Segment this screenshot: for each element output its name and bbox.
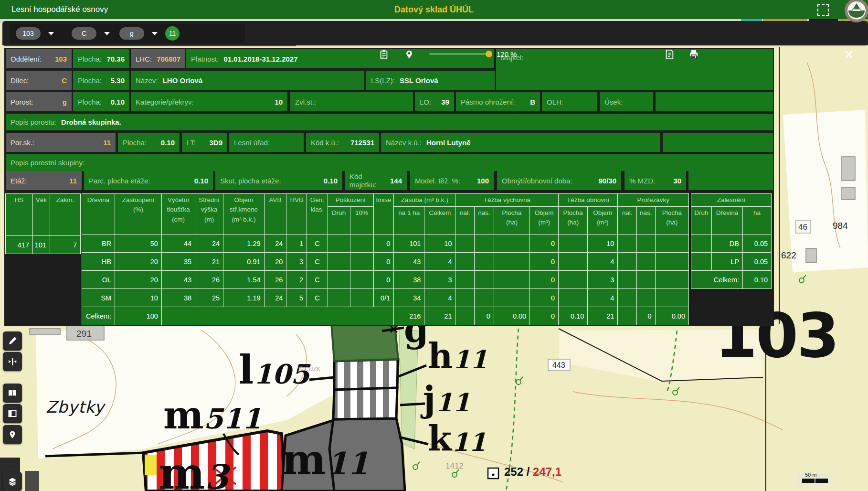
- table-cell: 0: [475, 307, 494, 325]
- porost-value[interactable]: g: [119, 27, 144, 40]
- print-icon[interactable]: [688, 48, 699, 63]
- field-porost: Porost:g: [6, 92, 72, 111]
- table-cell: C: [307, 271, 328, 289]
- table-cell: 0: [373, 271, 394, 289]
- dilec-dropdown[interactable]: C: [66, 24, 114, 43]
- species-table: Dřevina Zastoupení(%) Výčetnítloušťka(cm…: [82, 193, 689, 325]
- field-popis-porostu: Popis porostu:Drobná skupinka.: [6, 114, 773, 130]
- table-cell: 0: [530, 235, 559, 253]
- fullscreen-icon[interactable]: [817, 4, 829, 16]
- porost-dropdown[interactable]: g: [114, 24, 161, 43]
- table-cell: 1.29: [223, 235, 264, 253]
- details-clipboard-icon[interactable]: [379, 48, 389, 63]
- chevron-down-icon[interactable]: [48, 32, 54, 35]
- uhul-logo: [843, 0, 868, 27]
- table-cell: 25: [195, 289, 223, 307]
- table-cell: C: [307, 289, 328, 307]
- group-header-poskozeni: Poškození: [328, 194, 373, 207]
- chevron-down-icon[interactable]: [152, 32, 158, 35]
- dilec-value[interactable]: C: [72, 27, 96, 40]
- column-header: Celkem: [424, 207, 455, 235]
- table-row: OL2043261.54262C038303: [82, 271, 689, 289]
- group-header-zalesneni: Zalesnění: [691, 194, 772, 207]
- layers-icon: [8, 477, 17, 486]
- table-cell: [618, 307, 637, 325]
- zalesneni-table-body: DB0.05LP0.05Celkem:0.10: [691, 235, 772, 289]
- chevron-down-icon[interactable]: [104, 32, 110, 35]
- locate-pin-icon[interactable]: [404, 48, 414, 63]
- table-cell: 0: [530, 271, 559, 289]
- map-stand-k11: k11: [428, 424, 486, 453]
- table-cell: 0.91: [223, 253, 264, 271]
- table-cell: [494, 271, 529, 289]
- table-cell: C: [307, 235, 328, 253]
- page-title: Datový sklad ÚHÚL: [0, 5, 868, 15]
- table-cell: 100: [115, 307, 162, 325]
- table-cell: 0: [530, 253, 559, 271]
- column-header: RVB: [286, 194, 307, 235]
- table-cell: LP: [712, 253, 743, 271]
- field-etaz: Etáž:11: [6, 171, 82, 190]
- table-cell: 3: [588, 271, 618, 289]
- zalesneni-table: Zalesnění Druh Dřevina ha DB0.05LP0.05Ce…: [691, 193, 772, 289]
- column-header: Objemstř.kmene(m³ b.k.): [223, 194, 264, 235]
- location-button[interactable]: [3, 425, 22, 444]
- table-cell: [636, 289, 655, 307]
- notes-icon[interactable]: [664, 48, 675, 63]
- table-row: HB2035210.91203C043404: [82, 253, 689, 271]
- table-cell: [655, 253, 688, 271]
- field-plocha-porost: Plocha:0.10: [73, 92, 129, 111]
- table-cell: 0.00: [655, 307, 688, 325]
- zoom-slider[interactable]: [429, 53, 490, 55]
- table-cell: 101: [33, 236, 50, 254]
- group-header-zasoba: Zásoba (m³ b.k.): [394, 194, 455, 207]
- field-skut-plocha: Skut. plocha etáže:0.10: [215, 171, 342, 190]
- table-cell: HB: [82, 253, 115, 271]
- table-cell: 21: [195, 253, 223, 271]
- map-stand-j11: j11: [423, 384, 470, 414]
- table-cell: [636, 253, 655, 271]
- map-label-984: 984: [833, 221, 848, 231]
- skupina-group[interactable]: 11: [160, 24, 245, 43]
- measure-tool-button[interactable]: [3, 331, 22, 351]
- table-cell: 101: [394, 235, 424, 253]
- table-cell: Celkem:: [82, 307, 115, 325]
- table-cell: [559, 253, 588, 271]
- swipe-compare-button[interactable]: [3, 352, 22, 371]
- column-header: Zastoupení(%): [115, 194, 162, 235]
- column-header: Výčetnítloušťka(cm): [161, 194, 195, 235]
- field-plocha-porsk: Plocha:0.10: [118, 133, 180, 152]
- column-header: Věk: [33, 194, 50, 236]
- oddeleni-value[interactable]: 103: [16, 27, 41, 40]
- map-book-button[interactable]: [3, 384, 22, 403]
- table-cell: [494, 253, 529, 271]
- table-cell: [618, 235, 637, 253]
- oddeleni-dropdown[interactable]: 103: [10, 24, 67, 43]
- stand-detail-panel: Oddělení:103 Plocha:70.36 LHC:706807 Pla…: [4, 48, 774, 326]
- zoom-slider-thumb[interactable]: [486, 51, 492, 57]
- table-cell: [455, 253, 475, 271]
- close-icon[interactable]: [844, 49, 854, 62]
- column-header: Dřevina: [82, 194, 115, 235]
- hs-table: HS Věk Zakm. 417 101 7: [5, 193, 81, 254]
- table-row: LP0.05: [691, 253, 772, 271]
- layers-button[interactable]: [3, 472, 22, 491]
- table-cell: [655, 235, 688, 253]
- field-lesni-urad: Lesní úřad:: [229, 133, 304, 152]
- group-header-tezba-obnovni: Těžba obnovní: [559, 194, 618, 207]
- table-cell: [559, 289, 588, 307]
- table-cell: 0/1: [373, 289, 394, 307]
- table-cell: 1.54: [223, 271, 264, 289]
- table-cell: 24: [264, 235, 286, 253]
- field-empty-r7: [688, 171, 773, 190]
- skupina-badge[interactable]: 11: [165, 26, 180, 41]
- table-cell: 5: [286, 289, 307, 307]
- table-cell: [494, 289, 529, 307]
- top-bar: Lesní hospodářské osnovy Datový sklad ÚH…: [0, 0, 868, 19]
- legend-table-button[interactable]: [3, 404, 22, 423]
- table-row: 417 101 7: [6, 236, 81, 254]
- table-cell: 44: [161, 235, 195, 253]
- table-cell: 0: [373, 253, 394, 271]
- species-table-body: BR5044241.29241C010110010HB2035210.91203…: [82, 235, 689, 325]
- pencil-icon: [8, 336, 17, 346]
